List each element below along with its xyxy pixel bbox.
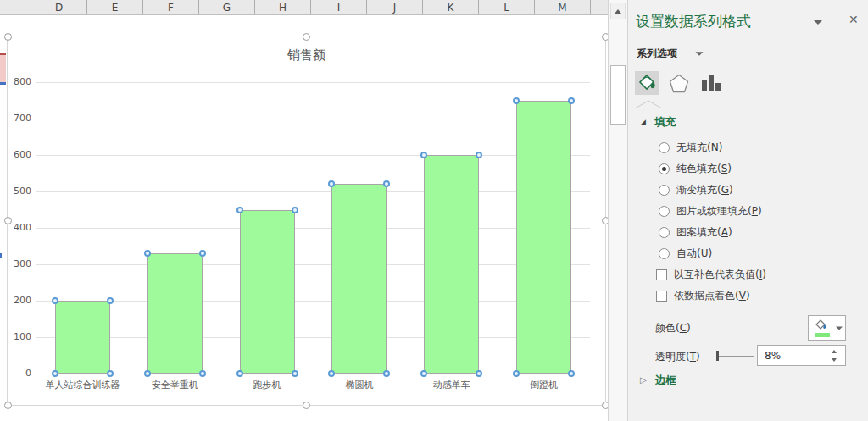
x-axis-category-label: 动感单车: [405, 379, 498, 391]
column-header-G[interactable]: G: [199, 0, 255, 14]
chart-bar[interactable]: [331, 184, 387, 374]
radio-option[interactable]: 自动(U): [628, 243, 868, 264]
chart-bar[interactable]: [147, 253, 203, 374]
datapoint-handle[interactable]: [292, 370, 298, 377]
transparency-slider-track[interactable]: [719, 356, 754, 357]
selection-handle[interactable]: [303, 402, 310, 409]
datapoint-handle[interactable]: [236, 370, 243, 377]
datapoint-handle[interactable]: [476, 370, 482, 377]
chevron-down-icon[interactable]: [696, 52, 704, 56]
y-axis-tick-label: 0: [8, 368, 31, 379]
scroll-up-button[interactable]: [610, 3, 626, 19]
datapoint-handle[interactable]: [568, 370, 575, 377]
radio-option[interactable]: 渐变填充(G): [628, 180, 868, 201]
radio-option-label: 图片或纹理填充(P): [676, 204, 762, 219]
vertical-scrollbar[interactable]: [608, 0, 627, 421]
y-axis-tick-label: 400: [8, 222, 31, 233]
spinner-down-icon[interactable]: [832, 358, 837, 362]
checkbox[interactable]: [656, 269, 667, 280]
radio-button[interactable]: [659, 206, 670, 217]
radio-option[interactable]: 纯色填充(S): [628, 158, 868, 180]
chart-title[interactable]: 销售额: [8, 47, 605, 64]
radio-option-label: 自动(U): [676, 247, 712, 261]
radio-button[interactable]: [659, 185, 670, 196]
datapoint-handle[interactable]: [292, 207, 298, 213]
fill-color-button[interactable]: [808, 315, 846, 341]
column-header-filler: [591, 0, 608, 14]
datapoint-handle[interactable]: [52, 370, 58, 377]
gridline: [36, 155, 590, 156]
column-header-E[interactable]: E: [87, 0, 143, 14]
datapoint-handle[interactable]: [144, 250, 151, 257]
chart-container[interactable]: 销售额 0100200300400500600700800单人站综合训练器安全举…: [7, 36, 606, 406]
radio-option[interactable]: 图片或纹理填充(P): [628, 201, 868, 222]
radio-option-label: 无填充(N): [676, 141, 722, 155]
tab-fill-line[interactable]: [635, 71, 659, 95]
radio-button[interactable]: [659, 163, 670, 174]
selection-handle[interactable]: [4, 33, 12, 41]
section-border-label: 边框: [655, 374, 676, 386]
gridline: [36, 191, 590, 192]
datapoint-handle[interactable]: [144, 370, 151, 377]
datapoint-handle[interactable]: [420, 370, 427, 377]
radio-button[interactable]: [659, 248, 670, 259]
column-header-M[interactable]: M: [535, 0, 591, 14]
datapoint-handle[interactable]: [199, 370, 206, 377]
selection-handle[interactable]: [4, 402, 12, 409]
section-fill-header[interactable]: ◢ 填充: [640, 115, 676, 130]
datapoint-handle[interactable]: [328, 370, 335, 377]
datapoint-handle[interactable]: [383, 370, 390, 377]
checkbox-option-label: 依数据点着色(V): [674, 289, 750, 303]
checkbox-option[interactable]: 以互补色代表负值(I): [628, 264, 868, 285]
paint-bucket-icon: [637, 74, 656, 92]
tab-series-options[interactable]: [701, 74, 721, 92]
column-header-stub: [0, 0, 31, 14]
column-header-J[interactable]: J: [367, 0, 423, 14]
series-options-dropdown[interactable]: 系列选项: [637, 47, 677, 61]
datapoint-handle[interactable]: [52, 297, 58, 304]
datapoint-handle[interactable]: [568, 97, 575, 104]
pane-dropdown-icon[interactable]: [814, 20, 822, 25]
x-axis-category-label: 单人站综合训练器: [36, 379, 129, 391]
current-color-swatch: [815, 333, 830, 337]
checkbox-option[interactable]: 依数据点着色(V): [628, 285, 868, 307]
radio-button[interactable]: [659, 142, 670, 153]
datapoint-handle[interactable]: [107, 297, 114, 304]
close-icon[interactable]: ✕: [849, 14, 859, 25]
column-header-D[interactable]: D: [31, 0, 87, 14]
column-header-H[interactable]: H: [255, 0, 311, 14]
chart-bar[interactable]: [55, 301, 110, 374]
column-header-K[interactable]: K: [423, 0, 479, 14]
section-border-header[interactable]: ▷ 边框: [640, 374, 676, 388]
radio-option[interactable]: 无填充(N): [628, 137, 868, 158]
datapoint-handle[interactable]: [513, 370, 520, 377]
column-header-L[interactable]: L: [479, 0, 535, 14]
datapoint-handle[interactable]: [107, 370, 114, 377]
datapoint-handle[interactable]: [476, 152, 482, 158]
checkbox-option-label: 以互补色代表负值(I): [674, 268, 766, 282]
spinner-up-icon[interactable]: [832, 350, 837, 353]
column-headers: DEFGHIJKLM: [0, 0, 608, 15]
chart-bar[interactable]: [424, 155, 479, 374]
selection-handle[interactable]: [303, 33, 310, 41]
column-header-I[interactable]: I: [311, 0, 367, 14]
checkbox[interactable]: [656, 291, 667, 302]
datapoint-handle[interactable]: [236, 207, 243, 213]
transparency-input[interactable]: 8%: [757, 345, 846, 366]
column-header-F[interactable]: F: [143, 0, 199, 14]
scrollbar-thumb[interactable]: [610, 65, 626, 125]
selection-handle[interactable]: [4, 217, 12, 224]
datapoint-handle[interactable]: [513, 97, 520, 104]
transparency-label: 透明度(T): [655, 350, 700, 364]
x-axis-category-label: 跑步机: [220, 379, 314, 391]
chart-bar[interactable]: [516, 101, 571, 374]
tab-effects[interactable]: [668, 72, 690, 94]
datapoint-handle[interactable]: [383, 180, 390, 187]
chart-bar[interactable]: [240, 210, 295, 374]
radio-option[interactable]: 图案填充(A): [628, 222, 868, 243]
radio-button[interactable]: [659, 227, 670, 238]
datapoint-handle[interactable]: [199, 250, 206, 257]
chevron-down-icon[interactable]: [836, 327, 843, 330]
radio-option-label: 图案填充(A): [676, 225, 732, 240]
y-axis-tick-label: 600: [8, 149, 31, 160]
